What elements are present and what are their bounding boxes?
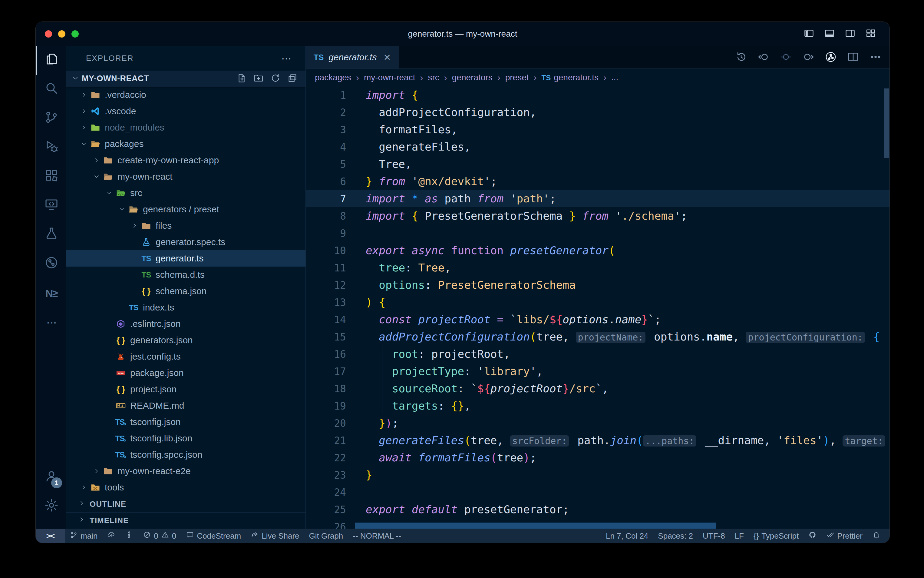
tree-item-tools[interactable]: tools bbox=[66, 479, 306, 495]
tree-item-packages[interactable]: packages bbox=[66, 136, 306, 152]
outline-panel-header[interactable]: OUTLINE bbox=[66, 496, 306, 512]
status-cursor-position[interactable]: Ln 7, Col 24 bbox=[601, 529, 653, 543]
tree-item-create-my-own-react-app[interactable]: create-my-own-react-app bbox=[66, 152, 306, 169]
tree-item-tsconfig-spec-json[interactable]: TStsconfig.spec.json bbox=[66, 446, 306, 463]
tree-item-tsconfig-lib-json[interactable]: TStsconfig.lib.json bbox=[66, 430, 306, 446]
tree-item--vscode[interactable]: .vscode bbox=[66, 103, 306, 119]
status-github[interactable] bbox=[804, 529, 821, 543]
timeline-panel-header[interactable]: TIMELINE bbox=[66, 512, 306, 529]
status-codestream[interactable]: CodeStream bbox=[181, 529, 246, 543]
status-live-share[interactable]: Live Share bbox=[246, 529, 304, 543]
tree-item-my-own-react-e2e[interactable]: my-own-react-e2e bbox=[66, 463, 306, 479]
breadcrumb-my-own-react[interactable]: my-own-react bbox=[364, 73, 415, 83]
activity-explorer[interactable] bbox=[36, 46, 66, 75]
code-editor[interactable]: 1import {2 addProjectConfiguration,3 for… bbox=[306, 86, 890, 529]
activity-gitlens[interactable] bbox=[36, 250, 66, 279]
tab-generator-ts[interactable]: TS generator.ts ✕ bbox=[306, 46, 399, 68]
tree-item-generator-ts[interactable]: TSgenerator.ts bbox=[66, 250, 306, 266]
status-commit-graph[interactable] bbox=[120, 529, 138, 543]
chevron-right-icon bbox=[92, 468, 101, 475]
more-actions-icon[interactable] bbox=[869, 51, 882, 64]
explorer-more-actions-icon[interactable]: ⋯ bbox=[281, 52, 292, 65]
tree-item-index-ts[interactable]: TSindex.ts bbox=[66, 299, 306, 316]
tree-item-generator-spec-ts[interactable]: generator.spec.ts bbox=[66, 234, 306, 250]
status-prettier[interactable]: Prettier bbox=[821, 529, 867, 543]
tree-item-label: jest.config.ts bbox=[130, 351, 181, 362]
editor-group: TS generator.ts ✕ packages›my-own-react›… bbox=[306, 46, 890, 529]
activity-run-debug[interactable] bbox=[36, 133, 66, 162]
activity-accounts[interactable]: 1 bbox=[36, 463, 66, 492]
layout-panel-icon[interactable] bbox=[824, 28, 835, 40]
collapse-all-icon[interactable] bbox=[287, 73, 298, 84]
activity-extensions[interactable] bbox=[36, 162, 66, 192]
files-icon bbox=[44, 52, 59, 69]
tree-item--eslintrc-json[interactable]: .eslintrc.json bbox=[66, 316, 306, 332]
status-encoding[interactable]: UTF-8 bbox=[698, 529, 730, 543]
layout-sidebar-icon[interactable] bbox=[804, 28, 814, 40]
activity-search[interactable] bbox=[36, 75, 66, 104]
status-language-mode[interactable]: {}TypeScript bbox=[749, 529, 804, 543]
file-icon-spec bbox=[141, 236, 152, 248]
activity-more-views[interactable]: ⋯ bbox=[36, 308, 66, 337]
status-publish-changes[interactable] bbox=[102, 529, 120, 543]
refresh-icon[interactable] bbox=[270, 73, 281, 84]
status-vim-mode[interactable]: -- NORMAL -- bbox=[348, 529, 406, 543]
breadcrumb--[interactable]: ... bbox=[611, 73, 618, 83]
breadcrumb-src[interactable]: src bbox=[428, 73, 439, 83]
tree-item-tsconfig-json[interactable]: TStsconfig.json bbox=[66, 414, 306, 430]
tree-item-generators-preset[interactable]: generators / preset bbox=[66, 201, 306, 218]
status-remote-indicator[interactable]: >< bbox=[36, 529, 65, 543]
activity-remote-explorer[interactable] bbox=[36, 192, 66, 221]
tree-item-schema-json[interactable]: { }schema.json bbox=[66, 283, 306, 299]
vertical-scrollbar[interactable] bbox=[884, 88, 889, 158]
tree-item-label: tsconfig.lib.json bbox=[130, 433, 192, 443]
history-icon[interactable] bbox=[735, 51, 747, 64]
breadcrumb-preset[interactable]: preset bbox=[505, 73, 529, 83]
layout-grid-icon[interactable] bbox=[865, 28, 876, 40]
explorer-title: EXPLORER bbox=[86, 54, 134, 63]
tree-item--verdaccio[interactable]: .verdaccio bbox=[66, 87, 306, 103]
tree-item-jest-config-ts[interactable]: jest.config.ts bbox=[66, 348, 306, 365]
activity-testing[interactable] bbox=[36, 221, 66, 250]
status-git-branch[interactable]: main bbox=[65, 529, 102, 543]
horizontal-scrollbar[interactable] bbox=[355, 523, 716, 529]
tree-item-files[interactable]: files bbox=[66, 218, 306, 234]
close-icon[interactable]: ✕ bbox=[383, 52, 391, 63]
status-notifications[interactable] bbox=[867, 529, 885, 543]
workspace-section-header[interactable]: MY-OWN-REACT bbox=[66, 71, 306, 87]
layout-split-icon[interactable] bbox=[845, 28, 856, 40]
code-line-12: 12 options: PresetGeneratorSchema bbox=[306, 276, 890, 294]
status-eol[interactable]: LF bbox=[730, 529, 749, 543]
tree-item-package-json[interactable]: npmpackage.json bbox=[66, 365, 306, 381]
tree-item-readme-md[interactable]: README.md bbox=[66, 398, 306, 414]
split-editor-icon[interactable] bbox=[847, 51, 859, 64]
breadcrumb-generator-ts[interactable]: TSgenerator.ts bbox=[542, 73, 599, 83]
tree-item-schema-d-ts[interactable]: TSschema.d.ts bbox=[66, 266, 306, 283]
tree-item-my-own-react[interactable]: my-own-react bbox=[66, 169, 306, 185]
tree-item-src[interactable]: </>src bbox=[66, 185, 306, 201]
nav-back-icon[interactable] bbox=[757, 51, 770, 64]
status-problems[interactable]: 00 bbox=[138, 529, 181, 543]
breadcrumb-packages[interactable]: packages bbox=[315, 73, 351, 83]
tree-item-generators-json[interactable]: { }generators.json bbox=[66, 332, 306, 348]
line-number: 20 bbox=[306, 415, 346, 432]
activity-source-control[interactable] bbox=[36, 104, 66, 133]
breadcrumb-separator: › bbox=[497, 72, 500, 83]
breadcrumb-generators[interactable]: generators bbox=[452, 73, 493, 83]
activity-nx-console[interactable]: N≥ bbox=[36, 279, 66, 308]
new-folder-icon[interactable] bbox=[253, 73, 264, 84]
commits-icon bbox=[125, 531, 133, 541]
status-indentation[interactable]: Spaces: 2 bbox=[653, 529, 698, 543]
nav-circle-icon[interactable] bbox=[780, 51, 792, 64]
chevron-down-icon bbox=[71, 74, 79, 83]
activity-settings[interactable] bbox=[36, 492, 66, 521]
nav-forward-icon[interactable] bbox=[802, 51, 814, 64]
titlebar-layout-icons bbox=[804, 22, 876, 46]
line-number: 9 bbox=[306, 225, 346, 242]
timeline-panel-label: TIMELINE bbox=[90, 516, 129, 525]
tree-item-project-json[interactable]: { }project.json bbox=[66, 381, 306, 398]
new-file-icon[interactable] bbox=[236, 73, 247, 84]
tree-item-node-modules[interactable]: node_modules bbox=[66, 119, 306, 136]
status-git-graph[interactable]: Git Graph bbox=[304, 529, 348, 543]
gitgraph-icon[interactable] bbox=[825, 51, 837, 64]
